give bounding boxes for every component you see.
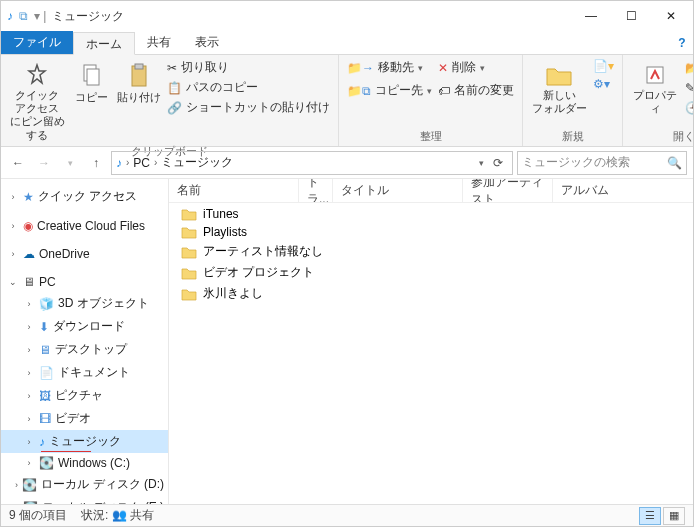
pin-icon [25, 63, 49, 87]
rename-button[interactable]: 🏷名前の変更 [438, 82, 514, 99]
group-organize: 📁→移動先 ▾ 📁⧉コピー先 ▾ ✕削除 ▾ 🏷名前の変更 整理 [339, 55, 523, 146]
nav-music[interactable]: ›♪ミュージック [1, 430, 168, 453]
close-button[interactable]: ✕ [651, 2, 691, 30]
onedrive-icon: ☁ [23, 247, 35, 261]
folder-icon [181, 207, 197, 221]
properties-button[interactable]: プロパティ [631, 59, 679, 115]
rename-icon: 🏷 [438, 84, 450, 98]
nav-downloads[interactable]: ›⬇ダウンロード [1, 315, 168, 338]
new-item-button[interactable]: 📄▾ [593, 59, 614, 73]
col-album[interactable]: アルバム [553, 179, 693, 202]
list-item[interactable]: アーティスト情報なし [169, 241, 693, 262]
nav-pc[interactable]: ⌄🖥PC [1, 272, 168, 292]
view-large-button[interactable]: ▦ [663, 507, 685, 525]
status-bar: 9 個の項目 状況: 👥 共有 ☰ ▦ [1, 504, 693, 526]
tab-share[interactable]: 共有 [135, 31, 183, 54]
download-icon: ⬇ [39, 320, 49, 334]
svg-rect-3 [135, 64, 143, 69]
file-list: iTunesPlaylistsアーティスト情報なしビデオ プロジェクト氷川きよし [169, 203, 693, 504]
refresh-button[interactable]: ⟳ [488, 156, 508, 170]
list-item[interactable]: Playlists [169, 223, 693, 241]
col-artist[interactable]: 参加アーティスト [463, 179, 553, 202]
item-name: iTunes [203, 207, 239, 221]
back-button[interactable]: ← [7, 152, 29, 174]
col-title[interactable]: タイトル [333, 179, 463, 202]
list-item[interactable]: ビデオ プロジェクト [169, 262, 693, 283]
paste-icon [128, 63, 150, 89]
address-dropdown[interactable]: ▾ [479, 158, 484, 168]
nav-documents[interactable]: ›📄ドキュメント [1, 361, 168, 384]
quick-access-toolbar: ♪ ⧉ ▾ | [7, 9, 46, 23]
list-item[interactable]: 氷川きよし [169, 283, 693, 304]
history-button[interactable]: 🕘履歴 [685, 99, 694, 116]
breadcrumb-pc[interactable]: PC [133, 156, 150, 170]
folder-icon [181, 245, 197, 259]
pin-to-quick-access-button[interactable]: クイック アクセス にピン留めする [9, 59, 65, 142]
nav-windows-c[interactable]: ›💽Windows (C:) [1, 453, 168, 473]
maximize-button[interactable]: ☐ [611, 2, 651, 30]
drive-icon: 💽 [22, 478, 37, 492]
qat-copy-icon[interactable]: ⧉ [19, 9, 28, 23]
path-icon: 📋 [167, 81, 182, 95]
tab-view[interactable]: 表示 [183, 31, 231, 54]
move-to-button[interactable]: 📁→移動先 ▾ [347, 59, 432, 76]
open-button[interactable]: 📂開く ▾ [685, 59, 694, 76]
forward-button[interactable]: → [33, 152, 55, 174]
paste-shortcut-button[interactable]: 🔗ショートカットの貼り付け [167, 99, 330, 116]
col-name[interactable]: 名前 [169, 179, 299, 202]
copy-path-button[interactable]: 📋パスのコピー [167, 79, 330, 96]
edit-button[interactable]: ✎編集 [685, 79, 694, 96]
copyto-icon: 📁⧉ [347, 84, 371, 98]
music-icon: ♪ [7, 9, 13, 23]
item-name: 氷川きよし [203, 285, 263, 302]
up-button[interactable]: ↑ [85, 152, 107, 174]
tab-file[interactable]: ファイル [1, 31, 73, 54]
nav-3d-objects[interactable]: ›🧊3D オブジェクト [1, 292, 168, 315]
chevron-right-icon[interactable]: › [154, 157, 157, 168]
nav-quick-access[interactable]: ›★クイック アクセス [1, 185, 168, 208]
nav-local-e[interactable]: ›💽ローカル ディスク (E:) [1, 496, 168, 504]
group-new: 新しい フォルダー 📄▾ ⚙▾ 新規 [523, 55, 623, 146]
document-icon: 📄 [39, 366, 54, 380]
edit-icon: ✎ [685, 81, 694, 95]
easy-access-button[interactable]: ⚙▾ [593, 77, 614, 91]
address-bar[interactable]: ♪ › PC › ミュージック ▾ ⟳ [111, 151, 513, 175]
desktop-icon: 🖥 [39, 343, 51, 357]
moveto-icon: 📁→ [347, 61, 374, 75]
drive-icon: 💽 [39, 456, 54, 470]
nav-creative-cloud[interactable]: ›◉Creative Cloud Files [1, 216, 168, 236]
view-details-button[interactable]: ☰ [639, 507, 661, 525]
minimize-button[interactable]: — [571, 2, 611, 30]
copy-to-button[interactable]: 📁⧉コピー先 ▾ [347, 82, 432, 99]
properties-icon [643, 63, 667, 87]
nav-local-d[interactable]: ›💽ローカル ディスク (D:) [1, 473, 168, 496]
paste-button[interactable]: 貼り付け [117, 59, 161, 104]
newitem-icon: 📄▾ [593, 59, 614, 73]
col-track[interactable]: トラ... [299, 179, 333, 202]
navigation-pane: ›★クイック アクセス ›◉Creative Cloud Files ›☁One… [1, 179, 169, 504]
file-list-pane: 名前 トラ... タイトル 参加アーティスト アルバム iTunesPlayli… [169, 179, 693, 504]
cut-button[interactable]: ✂切り取り [167, 59, 330, 76]
new-folder-button[interactable]: 新しい フォルダー [531, 59, 587, 115]
delete-button[interactable]: ✕削除 ▾ [438, 59, 514, 76]
tab-home[interactable]: ホーム [73, 32, 135, 55]
cube-icon: 🧊 [39, 297, 54, 311]
search-input[interactable]: ミュージックの検索 🔍 [517, 151, 687, 175]
window-title: ミュージック [52, 8, 124, 25]
breadcrumb-music[interactable]: ミュージック [161, 154, 233, 171]
nav-pictures[interactable]: ›🖼ピクチャ [1, 384, 168, 407]
ribbon: クイック アクセス にピン留めする コピー 貼り付け ✂切り取り 📋パスのコピー… [1, 55, 693, 147]
recent-button[interactable]: ▾ [59, 152, 81, 174]
chevron-right-icon[interactable]: › [126, 157, 129, 168]
list-item[interactable]: iTunes [169, 205, 693, 223]
help-button[interactable]: ? [671, 31, 693, 54]
copy-icon [80, 63, 102, 89]
nav-onedrive[interactable]: ›☁OneDrive [1, 244, 168, 264]
nav-videos[interactable]: ›🎞ビデオ [1, 407, 168, 430]
status-state: 状況: 👥 共有 [81, 507, 154, 524]
nav-desktop[interactable]: ›🖥デスクトップ [1, 338, 168, 361]
delete-icon: ✕ [438, 61, 448, 75]
music-icon: ♪ [39, 435, 45, 449]
folder-icon [181, 266, 197, 280]
copy-button[interactable]: コピー [71, 59, 111, 104]
